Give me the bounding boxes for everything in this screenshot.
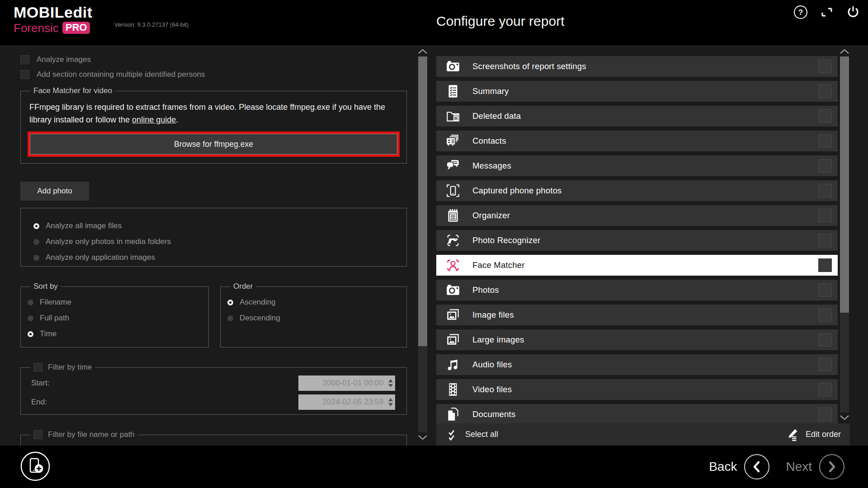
section-checkbox[interactable]	[818, 333, 832, 347]
radio-time[interactable]: Time	[28, 329, 202, 338]
radio-label: Filename	[40, 298, 71, 307]
radio-label: Descending	[240, 314, 280, 323]
next-button[interactable]: Next	[786, 454, 844, 479]
report-section-row-face-matcher[interactable]: Face Matcher	[436, 255, 838, 276]
radio-analyze-all-image-files[interactable]: Analyze all image files	[33, 221, 394, 230]
section-checkbox[interactable]	[818, 283, 832, 297]
report-section-row-photo-recognizer[interactable]: Photo Recognizer	[436, 230, 838, 251]
left-scrollbar-track[interactable]	[418, 56, 427, 432]
radio-label: Time	[40, 329, 57, 338]
section-checkbox[interactable]	[818, 84, 832, 98]
picture-icon	[445, 332, 461, 347]
scroll-down-icon[interactable]	[417, 433, 429, 441]
start-date-input[interactable]: 2000-01-01 00:00	[298, 375, 395, 391]
report-section-row-large-images[interactable]: Large images	[436, 329, 838, 350]
filter-by-name-checkbox[interactable]	[33, 430, 42, 439]
section-checkbox[interactable]	[818, 134, 832, 148]
section-label: Screenshots of report settings	[472, 61, 586, 71]
documents-icon	[445, 407, 461, 422]
radio-descending[interactable]: Descending	[227, 314, 400, 323]
section-checkbox[interactable]	[818, 159, 832, 173]
section-checkbox[interactable]	[818, 209, 832, 222]
notepad-icon	[445, 208, 461, 223]
online-guide-link[interactable]: online guide	[132, 115, 176, 124]
section-label: Summary	[472, 86, 509, 96]
power-icon[interactable]	[845, 5, 861, 20]
filter-by-time-group: Filter by time Start: 2000-01-01 00:00 E…	[20, 363, 407, 415]
sections-scrollbar[interactable]	[839, 47, 850, 422]
report-section-row-contacts[interactable]: Contacts	[436, 131, 838, 151]
sections-scrollbar-track[interactable]	[840, 56, 849, 413]
report-section-row-summary[interactable]: Summary	[436, 81, 838, 102]
analyze-images-checkbox-row[interactable]: Analyze images	[20, 54, 407, 65]
section-label: Messages	[472, 161, 511, 171]
logo-mobiledit: MOBILedit	[14, 5, 92, 20]
edit-pencil-icon	[786, 428, 799, 441]
filter-by-time-checkbox[interactable]	[33, 363, 42, 372]
analyze-images-checkbox[interactable]	[20, 55, 29, 64]
edit-order-button[interactable]: Edit order	[786, 428, 841, 441]
select-all-button[interactable]: Select all	[445, 428, 498, 441]
restore-window-icon[interactable]	[819, 5, 835, 20]
back-button[interactable]: Back	[709, 454, 769, 479]
left-panel-scrollbar[interactable]	[417, 47, 429, 441]
report-section-row-organizer[interactable]: Organizer	[436, 205, 838, 226]
section-checkbox[interactable]	[818, 258, 832, 272]
filter-by-name-label: Filter by file name or path	[48, 430, 135, 439]
section-checkbox[interactable]	[818, 109, 832, 123]
order-group: Order AscendingDescending	[220, 282, 407, 347]
help-icon[interactable]: ?	[793, 5, 808, 20]
face-matcher-video-legend: Face Matcher for video	[30, 86, 115, 95]
radio-analyze-only-photos-in-media-folders[interactable]: Analyze only photos in media folders	[33, 237, 394, 246]
section-checkbox[interactable]	[818, 308, 832, 322]
report-section-row-captured-phone-photos[interactable]: Captured phone photos	[436, 180, 838, 201]
scroll-up-icon[interactable]	[839, 47, 850, 56]
section-label: Large images	[472, 335, 524, 345]
radio-analyze-only-application-images[interactable]: Analyze only application images	[33, 253, 394, 262]
report-section-row-audio-files[interactable]: Audio files	[436, 354, 838, 375]
radio-filename[interactable]: Filename	[28, 298, 202, 307]
start-date-spinner[interactable]	[387, 375, 394, 391]
add-section-checkbox[interactable]	[20, 70, 29, 79]
section-checkbox[interactable]	[818, 408, 832, 421]
section-label: Organizer	[472, 211, 510, 221]
scroll-down-icon[interactable]	[839, 413, 850, 422]
section-label: Face Matcher	[472, 260, 525, 270]
report-section-row-photos[interactable]: Photos	[436, 280, 838, 300]
add-photo-button[interactable]: Add photo	[20, 182, 89, 201]
report-section-row-video-files[interactable]: Video files	[436, 379, 838, 400]
end-date-input[interactable]: 2024-02-05 23:59	[298, 394, 395, 410]
radio-dot-icon	[28, 331, 33, 337]
left-scrollbar-thumb[interactable]	[418, 56, 427, 346]
radio-dot-icon	[227, 300, 233, 305]
radio-ascending[interactable]: Ascending	[227, 298, 400, 307]
radio-dot-icon	[227, 315, 233, 321]
radio-full-path[interactable]: Full path	[28, 314, 202, 323]
scroll-up-icon[interactable]	[417, 47, 429, 56]
section-checkbox[interactable]	[818, 383, 832, 396]
section-checkbox[interactable]	[818, 234, 832, 247]
report-section-row-deleted-data[interactable]: Deleted data	[436, 106, 838, 127]
back-chevron-icon	[744, 454, 769, 479]
section-label: Image files	[472, 310, 514, 320]
section-checkbox[interactable]	[818, 184, 832, 197]
add-section-checkbox-row[interactable]: Add section containing multiple identifi…	[20, 69, 407, 80]
section-checkbox[interactable]	[818, 358, 832, 371]
section-label: Photos	[472, 285, 499, 295]
sections-scrollbar-thumb[interactable]	[840, 56, 849, 313]
add-phone-icon[interactable]	[20, 451, 51, 482]
report-section-row-image-files[interactable]: Image files	[436, 305, 838, 325]
report-section-row-documents[interactable]: Documents	[436, 404, 838, 424]
music-note-icon	[445, 357, 461, 372]
add-section-label: Add section containing multiple identifi…	[37, 70, 205, 79]
report-section-row-screenshots-of-report-settings[interactable]: Screenshots of report settings	[436, 56, 838, 77]
section-checkbox[interactable]	[818, 60, 832, 73]
top-bar: MOBILedit Forensic PRO Version: 9.3.0.27…	[0, 0, 868, 45]
browse-ffmpeg-button[interactable]: Browse for ffmpeg.exe	[30, 134, 397, 155]
end-date-spinner[interactable]	[387, 394, 394, 410]
face-capture-icon	[445, 258, 461, 273]
report-section-row-messages[interactable]: Messages	[436, 155, 838, 176]
phone-capture-icon	[445, 183, 461, 198]
film-strip-icon	[445, 382, 461, 397]
back-label: Back	[709, 460, 737, 474]
